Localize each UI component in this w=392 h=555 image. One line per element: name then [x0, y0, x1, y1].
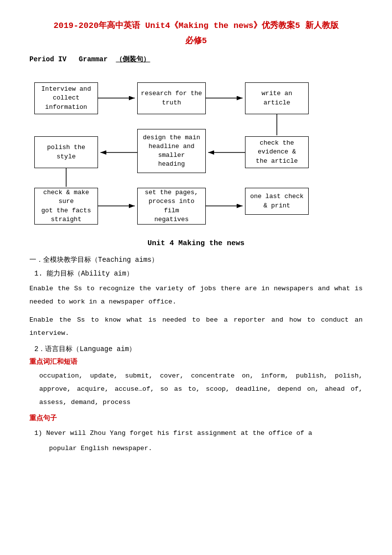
sentence-1-line2: popular English newspaper.	[49, 442, 363, 455]
section1-header: 一．全模块教学目标（Teaching aims）	[29, 255, 363, 264]
sub2-header: 2．语言目标（Language aim）	[34, 345, 363, 353]
sentences-header: 重点句子	[29, 414, 363, 423]
page-subtitle: 必修5	[29, 35, 363, 46]
vocab-header: 重点词汇和短语	[29, 357, 363, 366]
period-note: （倒装句）	[116, 55, 150, 63]
vocab-text: occupation, update, submit, cover, conce…	[39, 369, 363, 409]
period-label: Period IV	[29, 55, 67, 63]
period-subject: Grammar	[79, 55, 108, 63]
body-text-2: Enable the Ss to know what is needed to …	[29, 313, 363, 340]
period-line: Period IV Grammar （倒装句）	[29, 55, 363, 64]
unit-title: Unit 4 Making the news	[29, 239, 363, 248]
box-one-last: one last check & print	[245, 188, 309, 215]
sentence-1-line1: 1) Never will Zhou Yang forget his first…	[34, 427, 363, 440]
box-research: research for thetruth	[137, 82, 206, 114]
flowchart: Interview andcollect information researc…	[34, 73, 358, 225]
body-text-1: Enable the Ss to recognize the variety o…	[29, 282, 363, 308]
sub1-header: 1. 能力目标（Ability aim）	[34, 269, 363, 278]
box-check-ev: check the evidence &the article	[245, 136, 309, 168]
box-interview: Interview andcollect information	[34, 82, 98, 114]
box-write: write an article	[245, 82, 309, 114]
page-title: 2019-2020年高中英语 Unit4《Making the news》优秀教…	[29, 20, 363, 31]
box-check-mk: check & make suregot the factsstraight	[34, 188, 98, 225]
box-polish: polish the style	[34, 136, 98, 168]
box-design: design the mainheadline and smallerheadi…	[137, 129, 206, 173]
box-set: set the pages,process into filmnegatives	[137, 188, 206, 225]
